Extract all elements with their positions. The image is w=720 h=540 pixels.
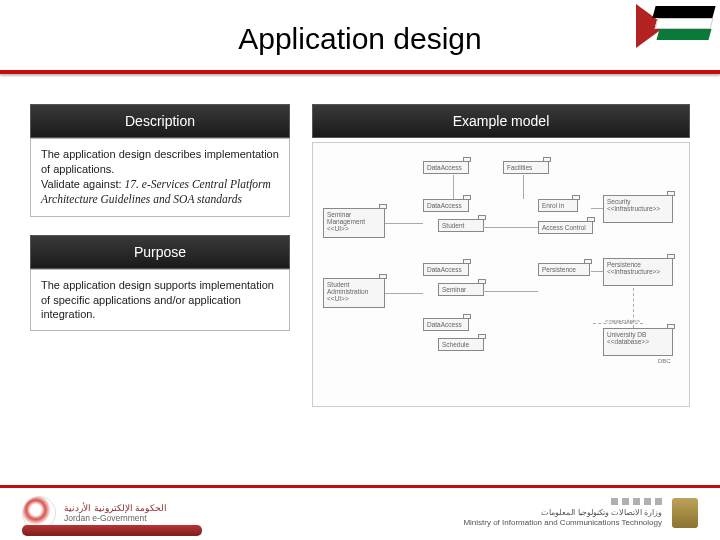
uml-facilities-top: Facilities bbox=[503, 161, 549, 174]
uml-persistence-label: Persistence bbox=[538, 263, 590, 276]
uml-dbc-label: DBC bbox=[658, 358, 671, 364]
uml-schedule: Schedule bbox=[438, 338, 484, 351]
uml-seminar-mgmt: Seminar Management <<UI>> bbox=[323, 208, 385, 238]
uml-connector-dashed bbox=[633, 288, 634, 328]
flag-corner-decoration bbox=[610, 0, 720, 70]
flag-stripe-black bbox=[652, 6, 715, 18]
ministry-crest-icon bbox=[672, 498, 698, 528]
uml-connector bbox=[591, 271, 603, 272]
uml-data-access-top: DataAccess bbox=[423, 161, 469, 174]
uml-connector bbox=[523, 175, 524, 199]
uml-university-db: University DB <<database>> bbox=[603, 328, 673, 356]
uml-seminar: Seminar bbox=[438, 283, 484, 296]
uml-connector bbox=[385, 293, 423, 294]
uml-persistence: Persistence <<infrastructure>> bbox=[603, 258, 673, 286]
footer: الحكومة الإلكترونية الأردنية Jordan e-Go… bbox=[0, 485, 720, 540]
uml-connector bbox=[385, 223, 423, 224]
uml-enrolin: Enrol in bbox=[538, 199, 578, 212]
footer-right-english: Ministry of Information and Communicatio… bbox=[463, 518, 662, 528]
uml-student-admin: Student Administration <<UI>> bbox=[323, 278, 385, 308]
uml-data-access-mid: DataAccess bbox=[423, 199, 469, 212]
description-section: Description The application design descr… bbox=[30, 104, 290, 217]
footer-right-arabic: وزارة الاتصالات وتكنولوجيا المعلومات bbox=[463, 508, 662, 518]
uml-connector bbox=[591, 208, 603, 209]
right-column: Example model DataAccess Facilities Semi… bbox=[312, 104, 690, 407]
content-area: Description The application design descr… bbox=[0, 104, 720, 407]
flag-stripe-white bbox=[655, 18, 714, 29]
left-column: Description The application design descr… bbox=[30, 104, 290, 407]
footer-tagline-bar bbox=[22, 525, 202, 536]
purpose-header: Purpose bbox=[30, 235, 290, 269]
flag-stripe-green bbox=[657, 29, 712, 40]
description-validate-prefix: Validate against: bbox=[41, 178, 125, 190]
footer-squares-decoration bbox=[463, 498, 662, 505]
uml-data-access-bottom: DataAccess bbox=[423, 318, 469, 331]
footer-left-english: Jordan e-Government bbox=[64, 513, 167, 523]
title-underline-bar bbox=[0, 70, 720, 74]
uml-student: Student bbox=[438, 219, 484, 232]
description-line1: The application design describes impleme… bbox=[41, 148, 279, 175]
description-body: The application design describes impleme… bbox=[30, 138, 290, 217]
uml-connector bbox=[453, 175, 454, 199]
uml-access-control: Access Control bbox=[538, 221, 593, 234]
footer-left-text-block: الحكومة الإلكترونية الأردنية Jordan e-Go… bbox=[64, 503, 167, 524]
description-header: Description bbox=[30, 104, 290, 138]
footer-logo-right: وزارة الاتصالات وتكنولوجيا المعلومات Min… bbox=[463, 498, 698, 528]
example-model-header: Example model bbox=[312, 104, 690, 138]
purpose-body: The application design supports implemen… bbox=[30, 269, 290, 332]
uml-security: Security <<infrastructure>> bbox=[603, 195, 673, 223]
footer-left-arabic: الحكومة الإلكترونية الأردنية bbox=[64, 503, 167, 514]
uml-connector bbox=[483, 291, 538, 292]
uml-data-access-lower: DataAccess bbox=[423, 263, 469, 276]
example-model-diagram: DataAccess Facilities Seminar Management… bbox=[312, 142, 690, 407]
uml-connector-dashed bbox=[593, 323, 643, 324]
footer-right-text-block: وزارة الاتصالات وتكنولوجيا المعلومات Min… bbox=[463, 498, 662, 527]
uml-connector bbox=[483, 227, 538, 228]
purpose-section: Purpose The application design supports … bbox=[30, 235, 290, 332]
